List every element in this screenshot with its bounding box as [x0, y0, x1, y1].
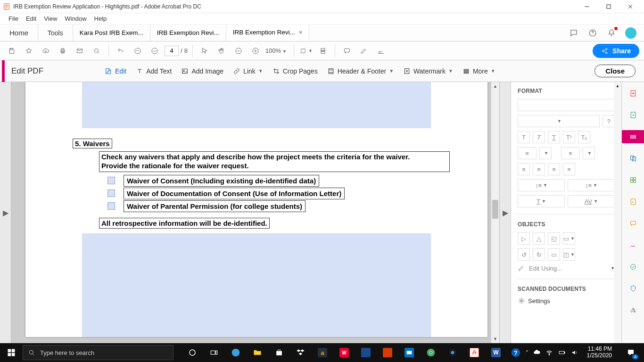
chrome-icon[interactable]: [421, 343, 441, 362]
search-icon[interactable]: [90, 44, 104, 58]
weather-icon[interactable]: [355, 343, 376, 362]
edit-pdf-rail-icon[interactable]: [622, 130, 644, 143]
print-icon[interactable]: [56, 44, 70, 58]
crop-button[interactable]: Crop Pages: [268, 64, 322, 78]
fit-width-icon[interactable]: ▼: [299, 44, 313, 58]
replace-image-icon[interactable]: ▭: [548, 248, 560, 261]
rotate-ccw-icon[interactable]: ↺: [518, 248, 530, 261]
waiver-label[interactable]: Waiver of Parental Permission (for colle…: [124, 200, 305, 212]
undo-icon[interactable]: [114, 44, 128, 58]
menu-help[interactable]: Help: [91, 14, 111, 23]
store-icon[interactable]: [269, 343, 289, 362]
waiver-label[interactable]: Waiver of Documentation of Consent (Use …: [124, 188, 345, 199]
editpdf-close-button[interactable]: Close: [594, 65, 636, 77]
italic-icon[interactable]: T: [533, 131, 545, 143]
word-icon[interactable]: W: [486, 343, 506, 362]
settings-link[interactable]: Settings: [518, 297, 615, 304]
checkbox[interactable]: [107, 177, 115, 184]
edge-icon[interactable]: [225, 343, 246, 362]
right-panel-handle[interactable]: ▶: [499, 82, 511, 343]
scroll-down-icon[interactable]: ▼: [491, 335, 499, 343]
add-text-button[interactable]: Add Text: [131, 64, 176, 78]
zoom-level[interactable]: 100%▼: [265, 47, 289, 54]
comment-rail-icon[interactable]: [627, 217, 640, 230]
char-spacing-dropdown[interactable]: AV ▼: [568, 195, 615, 207]
zoom-in-icon[interactable]: [248, 44, 263, 58]
instructions-box[interactable]: Check any waivers that apply and describ…: [99, 151, 450, 172]
crop-icon[interactable]: ◱: [548, 232, 560, 245]
paragraph-spacing-dropdown[interactable]: ↕≡ ▼: [568, 179, 615, 191]
menu-window[interactable]: Window: [61, 14, 90, 23]
tray-chevron-icon[interactable]: ˄: [526, 350, 528, 356]
sign-rail-icon[interactable]: [627, 239, 640, 252]
bullet-list-dropdown[interactable]: ▼: [539, 147, 552, 159]
link-button[interactable]: Link▼: [228, 64, 268, 78]
taskbar-clock[interactable]: 11:46 PM 1/25/2020: [583, 346, 616, 359]
explorer-icon[interactable]: [247, 343, 268, 362]
retro-note[interactable]: All retrospective information will be de…: [99, 218, 270, 229]
help-icon[interactable]: [587, 28, 598, 38]
help-tray-icon[interactable]: ?: [511, 347, 521, 358]
page-down-icon[interactable]: [148, 44, 162, 58]
action-center-icon[interactable]: 4: [620, 343, 641, 362]
bullet-list-icon[interactable]: ≡: [518, 147, 537, 159]
line-spacing-dropdown[interactable]: ↕≡ ▼: [518, 179, 565, 191]
highlighted-region[interactable]: [82, 82, 431, 128]
scroll-thumb[interactable]: [492, 200, 498, 219]
export-pdf-icon[interactable]: [627, 108, 640, 122]
flip-v-icon[interactable]: △: [533, 232, 545, 245]
comment-icon[interactable]: [340, 44, 354, 58]
scroll-mode-icon[interactable]: [316, 44, 330, 58]
wifi-icon[interactable]: [545, 349, 553, 356]
optimize-icon[interactable]: [627, 260, 640, 273]
hand-icon[interactable]: [215, 44, 229, 58]
scroll-up-icon[interactable]: ▲: [491, 82, 499, 90]
volume-icon[interactable]: [571, 349, 578, 356]
chat-icon[interactable]: [569, 28, 579, 38]
waiver-label[interactable]: Waiver of Consent (Including existing de…: [124, 175, 319, 187]
acrobat-taskbar-icon[interactable]: [464, 343, 485, 362]
onedrive-icon[interactable]: [533, 349, 541, 356]
add-image-button[interactable]: Add Image: [176, 64, 228, 78]
align-right-icon[interactable]: ≡: [548, 163, 560, 175]
doc-tab-1[interactable]: IRB Exemption Revi...: [150, 25, 226, 41]
bold-icon[interactable]: T: [518, 131, 530, 143]
superscript-icon[interactable]: T¹: [563, 131, 575, 143]
sign-icon[interactable]: [374, 44, 388, 58]
align-center-icon[interactable]: ≡: [533, 163, 545, 175]
checkbox[interactable]: [107, 189, 115, 197]
number-list-icon[interactable]: ≡: [561, 147, 580, 159]
flip-h-icon[interactable]: ▷: [518, 232, 530, 245]
cortana-icon[interactable]: [182, 343, 203, 362]
task-view-icon[interactable]: [204, 343, 224, 362]
more-tools-icon[interactable]: [627, 304, 640, 317]
text-scale-dropdown[interactable]: T ▼: [518, 195, 565, 207]
taskbar-search[interactable]: Type here to search: [23, 345, 173, 360]
page-current-input[interactable]: [165, 46, 179, 56]
garmin-icon[interactable]: [442, 343, 463, 362]
more-button[interactable]: More▼: [458, 64, 500, 78]
tab-home[interactable]: Home: [0, 25, 38, 41]
align-objects-dropdown[interactable]: ▭▼: [563, 232, 575, 245]
font-family-dropdown[interactable]: [518, 99, 615, 111]
menu-edit[interactable]: Edit: [22, 14, 40, 23]
vertical-scrollbar[interactable]: ▲ ▼: [491, 82, 499, 343]
create-pdf-icon[interactable]: [627, 87, 640, 100]
save-icon[interactable]: [5, 44, 19, 58]
avatar[interactable]: [625, 27, 636, 39]
bell-icon[interactable]: [606, 28, 617, 38]
amazon-icon[interactable]: a: [312, 343, 333, 362]
star-icon[interactable]: [22, 44, 36, 58]
watermark-button[interactable]: Watermark▼: [398, 64, 458, 78]
align-justify-icon[interactable]: ≡: [563, 163, 575, 175]
edit-button[interactable]: Edit: [100, 64, 131, 78]
close-tab-icon[interactable]: ×: [299, 29, 303, 36]
number-list-dropdown[interactable]: ▼: [583, 147, 595, 159]
doc-tab-0[interactable]: Kara Post IRB Exem...: [73, 25, 150, 41]
share-button[interactable]: Share: [593, 44, 639, 58]
subscript-icon[interactable]: T₁: [578, 131, 590, 143]
pointer-icon[interactable]: [198, 44, 212, 58]
checkbox[interactable]: [107, 202, 115, 210]
close-button[interactable]: [619, 0, 641, 13]
fill-sign-icon[interactable]: [627, 195, 640, 208]
